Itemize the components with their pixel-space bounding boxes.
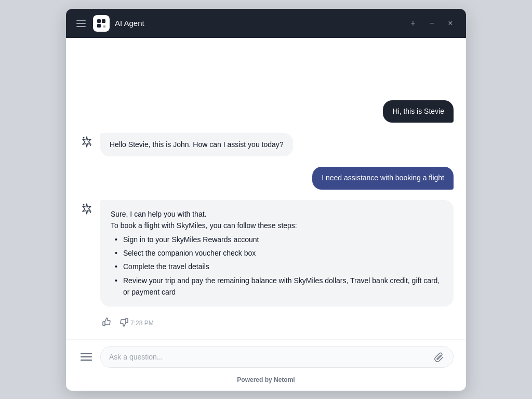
- agent-intro: Sure, I can help you with that.: [111, 208, 443, 220]
- svg-rect-13: [81, 360, 92, 361]
- expand-button[interactable]: +: [406, 16, 420, 31]
- titlebar-left: AI Agent: [74, 15, 400, 32]
- svg-point-8: [90, 145, 91, 146]
- svg-rect-11: [81, 353, 92, 354]
- step-2: Select the companion voucher check box: [115, 247, 443, 259]
- agent-avatar-2: [78, 201, 95, 218]
- step-1: Sign in to your SkyMiles Rewards account: [115, 234, 443, 245]
- user-bubble-1: Hi, this is Stevie: [383, 100, 454, 123]
- svg-rect-4: [102, 19, 105, 23]
- svg-rect-5: [97, 24, 101, 28]
- input-menu-button[interactable]: [78, 351, 94, 363]
- agent-steps-intro: To book a flight with SkyMiles, you can …: [111, 220, 443, 231]
- titlebar: AI Agent + − ×: [66, 9, 466, 38]
- svg-rect-2: [76, 26, 86, 27]
- footer: Powered by Netomi: [66, 372, 466, 391]
- thumbs-up-button[interactable]: [100, 316, 113, 331]
- agent-steps-list: Sign in to your SkyMiles Rewards account…: [111, 234, 443, 298]
- step-4: Review your trip and pay the remaining b…: [115, 275, 443, 298]
- menu-button[interactable]: [74, 18, 88, 29]
- window-title: AI Agent: [115, 19, 144, 28]
- user-message-2: I need assistance with booking a flight: [78, 167, 454, 190]
- svg-rect-12: [81, 356, 92, 357]
- agent-message-2-row: Sure, I can help you with that. To book …: [78, 200, 454, 307]
- feedback-row: 7:28 PM: [78, 312, 154, 331]
- svg-rect-1: [76, 23, 86, 24]
- titlebar-controls: + − ×: [406, 16, 458, 31]
- chat-area: Hi, this is Stevie Hello Stevie, this is…: [66, 38, 466, 339]
- agent-avatar-1: [78, 134, 95, 151]
- chat-input[interactable]: [109, 353, 430, 361]
- spacer: [78, 50, 454, 90]
- logo-badge: [93, 15, 110, 32]
- minimize-button[interactable]: −: [424, 16, 439, 31]
- agent-bubble-1: Hello Stevie, this is John. How can I as…: [100, 133, 293, 156]
- user-message-1: Hi, this is Stevie: [78, 100, 454, 123]
- svg-rect-0: [76, 20, 86, 21]
- svg-rect-6: [103, 25, 105, 28]
- message-timestamp: 7:28 PM: [130, 320, 154, 327]
- agent-bubble-2: Sure, I can help you with that. To book …: [100, 200, 454, 307]
- brand-name: Netomi: [274, 376, 295, 383]
- svg-point-7: [83, 137, 85, 139]
- step-3: Complete the travel details: [115, 261, 443, 272]
- chat-window: AI Agent + − × Hi, this is Stevie Hello …: [66, 9, 466, 391]
- agent-message-2: Sure, I can help you with that. To book …: [78, 200, 454, 331]
- svg-point-9: [83, 204, 85, 205]
- svg-rect-3: [97, 19, 101, 23]
- agent-message-1: Hello Stevie, this is John. How can I as…: [78, 133, 454, 156]
- close-button[interactable]: ×: [443, 16, 458, 31]
- user-bubble-2: I need assistance with booking a flight: [312, 167, 454, 190]
- thumbs-down-button[interactable]: [118, 316, 130, 331]
- input-field-wrapper: [100, 346, 454, 368]
- powered-by-label: Powered by: [237, 376, 272, 383]
- attach-button[interactable]: [434, 352, 445, 362]
- svg-point-10: [90, 212, 91, 213]
- feedback-icons: [100, 316, 130, 331]
- input-area: [66, 339, 466, 372]
